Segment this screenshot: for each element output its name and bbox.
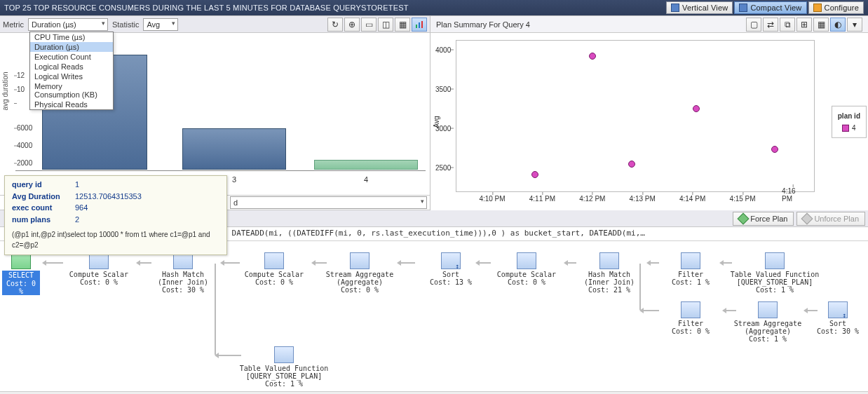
bar-query-3[interactable] bbox=[182, 128, 286, 170]
agg-select-value: d bbox=[233, 198, 238, 207]
node-cost: Cost: 1 % bbox=[231, 380, 337, 388]
node-cost: Cost: 30 % bbox=[813, 327, 862, 335]
plan-node-sort[interactable]: Sort Cost: 30 % bbox=[813, 301, 862, 335]
node-label: Compute Scalar bbox=[60, 271, 137, 278]
refresh-button[interactable]: ↻ bbox=[327, 18, 343, 32]
plan-node-stream-aggregate[interactable]: Stream Aggregate (Aggregate) Cost: 1 % bbox=[729, 301, 806, 343]
plan-arrow bbox=[805, 310, 818, 311]
chevron-down-icon[interactable]: ▾ bbox=[847, 18, 862, 32]
plan-arrow bbox=[641, 310, 659, 311]
legend: plan id 4 bbox=[832, 105, 867, 137]
split-view-button[interactable]: ◫ bbox=[378, 18, 393, 32]
s-xtick: 4:15 PM bbox=[729, 195, 755, 203]
plan-tree-button[interactable]: ⊞ bbox=[796, 18, 812, 32]
metric-option[interactable]: Physical Reads bbox=[30, 100, 113, 109]
node-label: SELECT bbox=[2, 271, 40, 280]
metric-option[interactable]: Memory Consumption (KB) bbox=[30, 81, 113, 100]
ytick: 6000 bbox=[17, 124, 32, 132]
node-sub: (Inner Join) bbox=[144, 278, 222, 286]
plan-diff-button[interactable]: ⧉ bbox=[780, 18, 795, 32]
titlebar-buttons: Vertical View Compact View Configure bbox=[666, 1, 864, 14]
unforce-label: Unforce Plan bbox=[814, 215, 859, 223]
plan-arrow bbox=[222, 262, 240, 264]
table-view-button[interactable]: ▦ bbox=[395, 18, 410, 32]
force-plan-button[interactable]: Force Plan bbox=[733, 212, 794, 226]
plan-node-stream-aggregate[interactable]: Stream Aggregate (Aggregate) Cost: 0 % bbox=[321, 252, 398, 294]
node-cost: Cost: 1 % bbox=[652, 278, 729, 286]
scatter-point[interactable] bbox=[628, 161, 635, 168]
metric-option[interactable]: Logical Writes bbox=[30, 72, 113, 81]
node-label: Stream Aggregate bbox=[321, 271, 398, 278]
force-icon bbox=[738, 212, 750, 224]
vertical-view-button[interactable]: Vertical View bbox=[666, 1, 733, 14]
plan-arrow bbox=[398, 262, 415, 264]
plan-node-sort[interactable]: Sort Cost: 13 % bbox=[412, 252, 489, 286]
metric-dropdown-list[interactable]: CPU Time (µs) Duration (µs) Execution Co… bbox=[29, 32, 114, 110]
s-ytick: 3500 bbox=[435, 85, 451, 93]
compact-view-button[interactable]: Compact View bbox=[734, 1, 806, 14]
unforce-plan-button[interactable]: Unforce Plan bbox=[796, 212, 865, 226]
execution-plan[interactable]: SELECT Cost: 0 % Compute Scalar Cost: 0 … bbox=[0, 241, 868, 391]
metric-value: Duration (µs) bbox=[32, 20, 76, 29]
svg-rect-0 bbox=[416, 25, 417, 28]
metric-label: Metric bbox=[3, 20, 24, 29]
scatter-point[interactable] bbox=[771, 146, 778, 153]
metric-option[interactable]: Logical Reads bbox=[30, 62, 113, 72]
plan-arrow bbox=[648, 262, 659, 264]
agg-select[interactable]: d bbox=[230, 196, 427, 209]
ytick: 4000 bbox=[17, 142, 32, 149]
plan-summary-title: Plan Summary For Query 4 bbox=[436, 20, 530, 29]
metric-option[interactable]: Duration (µs) bbox=[30, 42, 113, 52]
plan-node-filter[interactable]: Filter Cost: 1 % bbox=[652, 252, 729, 286]
left-filter-bar: Metric Duration (µs) Statistic Avg ↻ ⊕ ▭… bbox=[0, 16, 430, 33]
s-xtick: 4:14 PM bbox=[679, 195, 705, 203]
metric-option[interactable]: Execution Count bbox=[30, 52, 113, 62]
node-cost: Cost: 1 % bbox=[722, 286, 827, 294]
configure-button[interactable]: Configure bbox=[808, 1, 864, 14]
s-xtick: 4:16 PM bbox=[782, 187, 803, 203]
metric-select[interactable]: Duration (µs) bbox=[28, 18, 108, 31]
s-ytick: 4000 bbox=[435, 46, 451, 53]
plan-node-compute-scalar[interactable]: Compute Scalar Cost: 0 % bbox=[60, 252, 137, 286]
plan-node-hash-match[interactable]: Hash Match (Inner Join) Cost: 21 % bbox=[571, 252, 648, 294]
node-cost: Cost: 1 % bbox=[729, 335, 806, 343]
table-view-button[interactable]: ▦ bbox=[813, 18, 829, 32]
plan-node-compute-scalar[interactable]: Compute Scalar Cost: 0 % bbox=[488, 252, 565, 286]
plan-node-compute-scalar[interactable]: Compute Scalar Cost: 0 % bbox=[236, 252, 313, 286]
ytick: 10 bbox=[17, 86, 25, 93]
plan-arrow bbox=[565, 262, 576, 264]
layout-c-icon bbox=[739, 4, 747, 12]
bar-query-4[interactable] bbox=[314, 160, 418, 170]
refresh-button[interactable]: ▢ bbox=[746, 18, 761, 32]
target-button[interactable]: ⊕ bbox=[344, 18, 360, 32]
node-cost: Cost: 0 % bbox=[321, 286, 398, 294]
stat-select[interactable]: Avg bbox=[143, 18, 178, 31]
compare-button[interactable]: ⇄ bbox=[763, 18, 778, 32]
plan-node-tvf[interactable]: Table Valued Function [QUERY_STORE_PLAN]… bbox=[722, 252, 827, 294]
metric-option[interactable]: CPU Time (µs) bbox=[30, 32, 113, 42]
plan-node-tvf[interactable]: Table Valued Function [QUERY_STORE_PLAN]… bbox=[231, 346, 337, 388]
node-label: Compute Scalar bbox=[488, 271, 565, 278]
plan-node-hash-match[interactable]: Hash Match (Inner Join) Cost: 30 % bbox=[144, 252, 222, 294]
chart-view-button[interactable] bbox=[412, 18, 427, 32]
titlebar: TOP 25 TOP RESOURCE CONSUMERS DURING THE… bbox=[0, 0, 868, 15]
node-label: Filter bbox=[652, 271, 729, 278]
plan-node-select[interactable]: SELECT Cost: 0 % bbox=[0, 252, 42, 295]
node-cost: Cost: 0 % bbox=[236, 278, 313, 286]
horizontal-scrollbar[interactable]: ◄ ► bbox=[0, 391, 868, 394]
scatter-chart: Avg 4000 3500 3000 2500 4:10 PM 4:11 PM … bbox=[430, 33, 868, 210]
plan-arrow bbox=[216, 355, 241, 356]
node-label: Compute Scalar bbox=[236, 271, 313, 278]
vertical-view-label: Vertical View bbox=[682, 4, 728, 12]
node-label: Table Valued Function bbox=[231, 365, 337, 372]
scatter-point[interactable] bbox=[693, 105, 700, 112]
plan-arrow bbox=[43, 262, 63, 264]
chart-view-button[interactable]: ◐ bbox=[830, 18, 846, 32]
scatter-point[interactable] bbox=[589, 53, 596, 60]
x-label: 4 bbox=[364, 175, 368, 184]
grid-view-button[interactable]: ▭ bbox=[361, 18, 377, 32]
plan-node-filter[interactable]: Filter Cost: 0 % bbox=[652, 301, 729, 335]
scatter-point[interactable] bbox=[531, 171, 538, 178]
scatter-plot-area: 4000 3500 3000 2500 4:10 PM 4:11 PM 4:12… bbox=[456, 40, 815, 192]
tooltip-val: 12513.7064315353 bbox=[75, 191, 142, 203]
